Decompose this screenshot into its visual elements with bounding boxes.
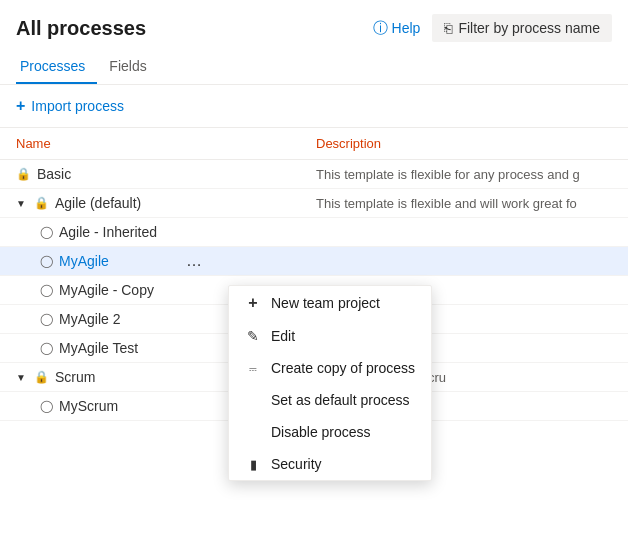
menu-item-new-team-project[interactable]: + New team project	[229, 286, 431, 320]
toolbar: + Import process	[0, 85, 628, 128]
page-title: All processes	[16, 17, 146, 40]
ellipsis-button[interactable]: …	[180, 250, 210, 272]
menu-label: Edit	[271, 328, 295, 344]
shield-icon: ▮	[245, 457, 261, 472]
process-name: Agile (default)	[55, 195, 141, 211]
page-header: All processes ⓘ Help ⎗ Filter by process…	[0, 0, 628, 50]
tab-bar: Processes Fields	[0, 50, 628, 85]
expand-icon[interactable]: ▼	[16, 198, 26, 209]
header-actions: ⓘ Help ⎗ Filter by process name	[373, 14, 612, 42]
process-name: Agile - Inherited	[59, 224, 157, 240]
filter-button[interactable]: ⎗ Filter by process name	[432, 14, 612, 42]
table-row: ◯ Agile - Inherited	[0, 218, 628, 247]
lock-icon: 🔒	[34, 370, 49, 384]
col-name: Name	[16, 136, 316, 151]
process-name: Basic	[37, 166, 71, 182]
row-name-agile-inherited: ◯ Agile - Inherited	[16, 224, 316, 240]
import-label: Import process	[31, 98, 124, 114]
filter-label: Filter by process name	[458, 20, 600, 36]
process-name: MyAgile Test	[59, 340, 138, 356]
menu-item-security[interactable]: ▮ Security	[229, 448, 431, 480]
tab-processes[interactable]: Processes	[16, 50, 97, 84]
process-icon: ◯	[40, 312, 53, 326]
row-name-myagile: ◯ MyAgile	[16, 253, 316, 269]
help-icon: ⓘ	[373, 19, 388, 38]
process-name: Scrum	[55, 369, 95, 385]
table-row: ◯ MyAgile …	[0, 247, 628, 276]
tab-fields[interactable]: Fields	[105, 50, 158, 84]
pencil-icon: ✎	[245, 328, 261, 344]
menu-label: Set as default process	[271, 392, 410, 408]
process-icon: ◯	[40, 225, 53, 239]
context-menu: + New team project ✎ Edit ⎓ Create copy …	[228, 285, 432, 481]
table-row: ▼ 🔒 Agile (default) This template is fle…	[0, 189, 628, 218]
process-icon: ◯	[40, 399, 53, 413]
col-description: Description	[316, 136, 612, 151]
copy-icon: ⎓	[245, 361, 261, 376]
filter-icon: ⎗	[444, 20, 452, 36]
menu-item-disable[interactable]: Disable process	[229, 416, 431, 448]
process-icon: ◯	[40, 341, 53, 355]
help-link[interactable]: ⓘ Help	[373, 19, 421, 38]
process-name: MyScrum	[59, 398, 118, 414]
menu-label: Create copy of process	[271, 360, 415, 376]
process-name: MyAgile - Copy	[59, 282, 154, 298]
plus-icon: +	[16, 97, 25, 115]
table-row: 🔒 Basic This template is flexible for an…	[0, 160, 628, 189]
menu-item-edit[interactable]: ✎ Edit	[229, 320, 431, 352]
expand-icon[interactable]: ▼	[16, 372, 26, 383]
process-name: MyAgile	[59, 253, 109, 269]
table-header: Name Description	[0, 128, 628, 160]
lock-icon: 🔒	[34, 196, 49, 210]
lock-icon: 🔒	[16, 167, 31, 181]
menu-label: Security	[271, 456, 322, 472]
menu-label: New team project	[271, 295, 380, 311]
process-icon: ◯	[40, 254, 53, 268]
process-desc: This template is flexible and will work …	[316, 196, 612, 211]
plus-icon: +	[245, 294, 261, 312]
menu-item-set-default[interactable]: Set as default process	[229, 384, 431, 416]
process-name: MyAgile 2	[59, 311, 120, 327]
help-label: Help	[392, 20, 421, 36]
import-process-button[interactable]: + Import process	[16, 93, 124, 119]
menu-label: Disable process	[271, 424, 371, 440]
row-name-agile: ▼ 🔒 Agile (default)	[16, 195, 316, 211]
process-desc: This template is flexible for any proces…	[316, 167, 612, 182]
process-icon: ◯	[40, 283, 53, 297]
row-name-basic: 🔒 Basic	[16, 166, 316, 182]
menu-item-create-copy[interactable]: ⎓ Create copy of process	[229, 352, 431, 384]
